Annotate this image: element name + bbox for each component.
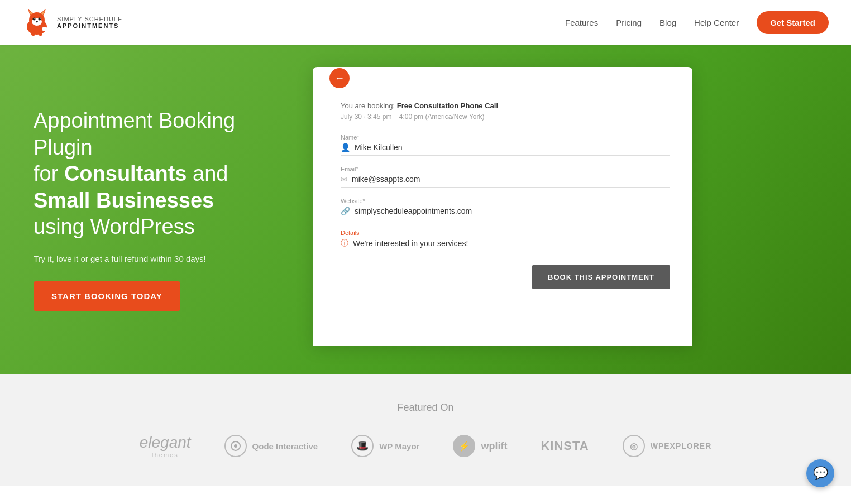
book-appointment-button[interactable]: BOOK THIS APPOINTMENT [532, 265, 670, 289]
qode-icon [224, 435, 247, 457]
booking-datetime: July 30 · 3:45 pm – 4:00 pm (America/New… [341, 113, 670, 121]
details-row: ⓘ We're interested in your services! [341, 238, 670, 248]
chat-button[interactable]: 💬 [806, 459, 834, 486]
book-btn-row: BOOK THIS APPOINTMENT [341, 265, 670, 289]
website-label: Website* [341, 198, 670, 204]
nav-blog[interactable]: Blog [659, 18, 676, 27]
logo-text: SIMPLY SCHEDULE APPOINTMENTS [57, 16, 122, 29]
email-field: Email* ✉ mike@ssappts.com [341, 166, 670, 188]
hero-subtext: Try it, love it or get a full refund wit… [34, 254, 279, 263]
logo-elegant: elegant themes [140, 434, 191, 458]
name-input-row: 👤 Mike Kilcullen [341, 143, 670, 156]
hero-right: ← You are booking: Free Consultation Pho… [302, 45, 851, 374]
svg-point-10 [40, 18, 41, 19]
svg-point-7 [33, 18, 36, 21]
website-value: simplyscheduleappointments.com [355, 207, 472, 215]
email-icon: ✉ [341, 175, 347, 184]
booking-widget: ← You are booking: Free Consultation Pho… [313, 67, 692, 346]
nav-pricing[interactable]: Pricing [616, 18, 642, 27]
svg-point-11 [36, 21, 38, 22]
svg-point-16 [234, 444, 237, 448]
link-icon: 🔗 [341, 207, 350, 215]
navbar: SIMPLY SCHEDULE APPOINTMENTS Features Pr… [0, 0, 851, 45]
get-started-button[interactable]: Get Started [757, 11, 829, 34]
svg-point-12 [42, 27, 47, 31]
logo-fox-icon [22, 8, 51, 37]
name-value: Mike Kilcullen [355, 143, 403, 152]
svg-rect-13 [31, 31, 35, 36]
wpexplorer-icon: ◎ [623, 435, 645, 457]
website-input-row: 🔗 simplyscheduleappointments.com [341, 207, 670, 219]
featured-section: Featured On elegant themes Qode Interact… [0, 374, 851, 486]
email-value: mike@ssappts.com [352, 175, 420, 184]
start-booking-button[interactable]: START BOOKING TODAY [34, 281, 180, 311]
wpmayor-icon: 🎩 [351, 435, 374, 457]
svg-point-9 [34, 18, 35, 19]
person-icon: 👤 [341, 143, 350, 152]
svg-rect-14 [39, 31, 42, 36]
hero-section: Appointment Booking Plugin for Consultan… [0, 45, 851, 374]
name-label: Name* [341, 134, 670, 141]
logo-wpexplorer: ◎ WPEXPLORER [623, 435, 712, 457]
back-button[interactable]: ← [329, 68, 350, 88]
logo-wpmayor: 🎩 WP Mayor [351, 435, 419, 457]
details-label: Details [341, 229, 670, 236]
email-label: Email* [341, 166, 670, 172]
logo-wplift: ⚡ wplift [453, 435, 507, 457]
wplift-icon: ⚡ [453, 435, 475, 457]
nav-help[interactable]: Help Center [694, 18, 739, 27]
featured-logos: elegant themes Qode Interactive 🎩 WP May… [22, 434, 829, 458]
svg-point-8 [39, 18, 41, 21]
hero-headline: Appointment Booking Plugin for Consultan… [34, 108, 279, 241]
featured-title: Featured On [22, 402, 829, 414]
details-field: Details ⓘ We're interested in your servi… [341, 229, 670, 248]
name-field: Name* 👤 Mike Kilcullen [341, 134, 670, 156]
booking-title-row: You are booking: Free Consultation Phone… [341, 100, 670, 111]
hero-left: Appointment Booking Plugin for Consultan… [0, 45, 302, 374]
logo-qode: Qode Interactive [224, 435, 318, 457]
logo[interactable]: SIMPLY SCHEDULE APPOINTMENTS [22, 8, 122, 37]
nav-features[interactable]: Features [565, 18, 598, 27]
nav-links: Features Pricing Blog Help Center Get St… [565, 11, 829, 34]
chat-icon: 💬 [813, 466, 828, 481]
logo-kinsta: KINSTA [541, 439, 589, 453]
website-field: Website* 🔗 simplyscheduleappointments.co… [341, 198, 670, 219]
details-value: We're interested in your services! [353, 239, 468, 248]
email-input-row: ✉ mike@ssappts.com [341, 175, 670, 188]
details-icon: ⓘ [341, 238, 348, 248]
booking-appointment-name: Free Consultation Phone Call [397, 102, 498, 110]
booking-prefix: You are booking: [341, 102, 397, 110]
back-icon: ← [334, 73, 345, 84]
